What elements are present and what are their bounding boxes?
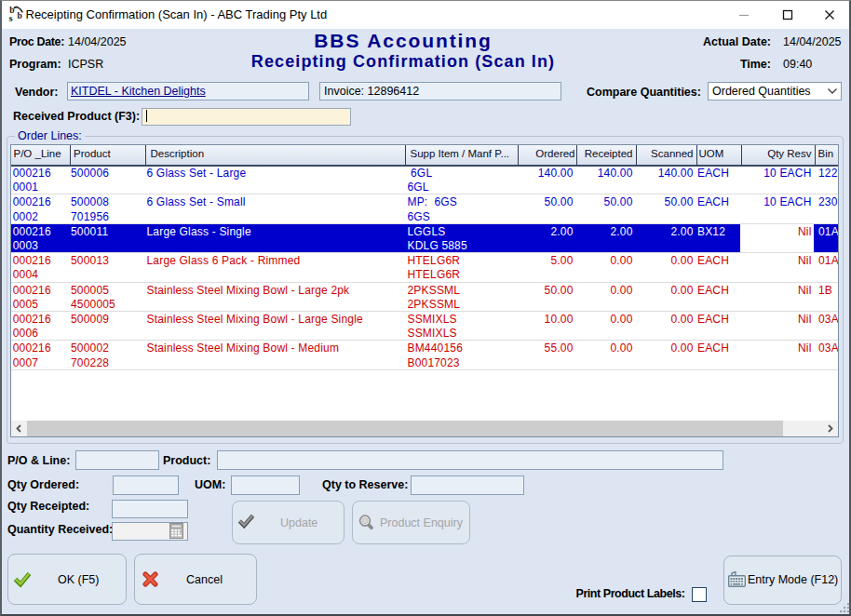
svg-text:b: b (18, 11, 22, 20)
svg-text:s: s (9, 13, 13, 23)
